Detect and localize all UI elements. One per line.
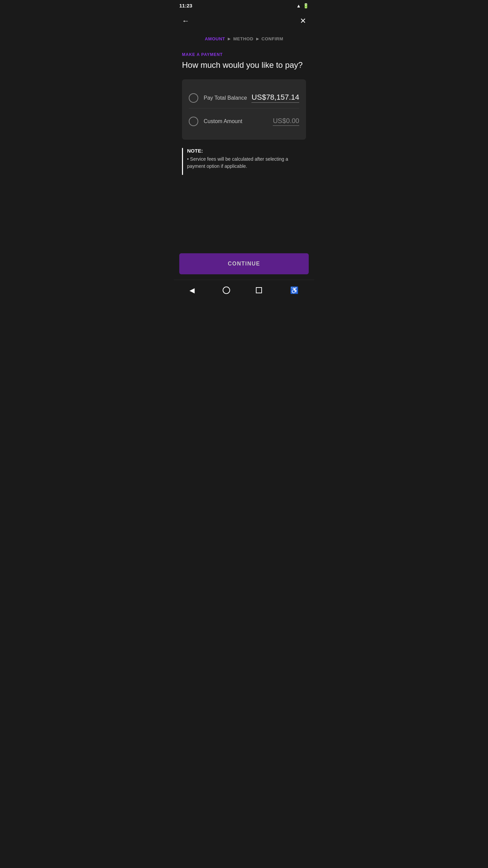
section-label: MAKE A PAYMENT <box>182 52 306 57</box>
step-amount[interactable]: AMOUNT <box>205 36 225 41</box>
status-time: 11:23 <box>179 3 192 8</box>
main-content: MAKE A PAYMENT How much would you like t… <box>174 50 314 216</box>
custom-amount-option[interactable]: Custom Amount US$0.00 <box>189 111 299 132</box>
note-content: NOTE: • Service fees will be calculated … <box>187 148 306 175</box>
pay-total-balance-option[interactable]: Pay Total Balance US$78,157.14 <box>189 87 299 108</box>
close-button[interactable]: ✕ <box>299 15 307 27</box>
bottom-nav: ◀ ♿ <box>174 280 314 304</box>
home-nav-icon[interactable] <box>223 287 230 294</box>
note-section: NOTE: • Service fees will be calculated … <box>182 148 306 175</box>
step-indicator: AMOUNT ▶ METHOD ▶ CONFIRM <box>174 31 314 50</box>
custom-amount-value: US$0.00 <box>273 117 299 126</box>
back-button[interactable]: ← <box>181 15 191 27</box>
back-nav-icon[interactable]: ◀ <box>187 283 197 297</box>
status-icons: ▲ 🔋 <box>296 3 309 8</box>
total-balance-label: Pay Total Balance <box>204 95 247 101</box>
note-title: NOTE: <box>187 148 306 154</box>
section-title: How much would you like to pay? <box>182 60 306 70</box>
payment-options-card: Pay Total Balance US$78,157.14 Custom Am… <box>182 79 306 140</box>
step-arrow-1: ▶ <box>228 37 230 41</box>
option-left-custom: Custom Amount <box>189 117 242 126</box>
battery-icon: 🔋 <box>303 3 309 8</box>
radio-total-balance[interactable] <box>189 93 198 103</box>
note-bar <box>182 148 183 175</box>
wifi-icon: ▲ <box>296 3 301 8</box>
radio-custom-amount[interactable] <box>189 117 198 126</box>
recent-nav-icon[interactable] <box>256 287 262 293</box>
note-text: • Service fees will be calculated after … <box>187 156 306 170</box>
continue-button[interactable]: CONTINUE <box>179 253 309 274</box>
top-nav: ← ✕ <box>174 11 314 31</box>
total-balance-amount: US$78,157.14 <box>251 93 299 103</box>
step-arrow-2: ▶ <box>256 37 259 41</box>
accessibility-nav-icon[interactable]: ♿ <box>287 283 301 297</box>
custom-amount-label: Custom Amount <box>204 118 242 124</box>
step-method[interactable]: METHOD <box>233 36 253 41</box>
option-left-total: Pay Total Balance <box>189 93 247 103</box>
step-confirm[interactable]: CONFIRM <box>262 36 283 41</box>
status-bar: 11:23 ▲ 🔋 <box>174 0 314 11</box>
